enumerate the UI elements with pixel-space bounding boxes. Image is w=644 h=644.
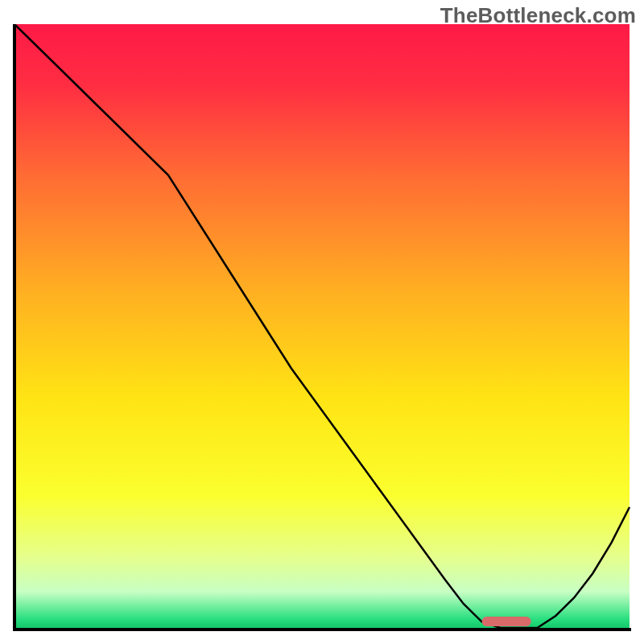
plot-area <box>13 24 631 631</box>
optimal-range-marker <box>482 617 531 626</box>
chart-svg <box>13 24 631 631</box>
chart-frame: TheBottleneck.com <box>0 0 644 644</box>
watermark-text: TheBottleneck.com <box>440 3 636 28</box>
